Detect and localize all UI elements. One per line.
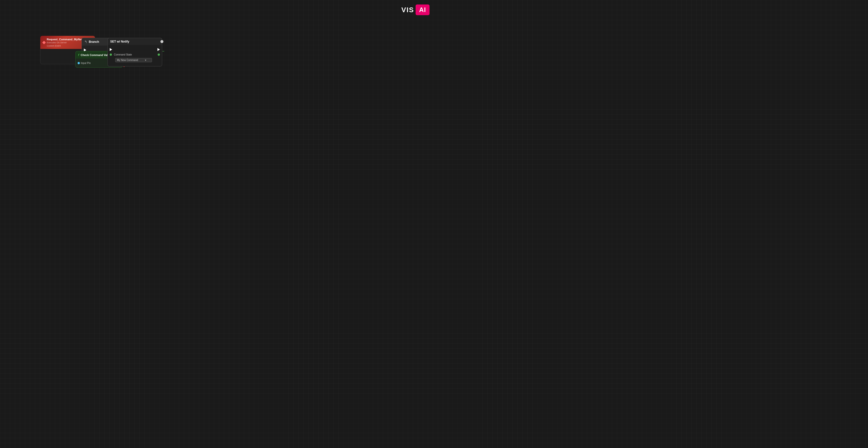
command-state-pin-in[interactable] <box>110 54 112 56</box>
set-exec-row <box>108 47 162 52</box>
logo-container: VIS AI <box>401 4 430 15</box>
logo-badge: AI <box>415 4 430 15</box>
command-state-label: Command State <box>114 53 132 56</box>
set-exec-out[interactable] <box>157 48 160 51</box>
diamond-icon <box>42 41 46 44</box>
logo-text: VIS <box>401 6 414 14</box>
set-node-title: SET w/ Notify <box>110 40 129 43</box>
set-node[interactable]: SET w/ Notify Command State <box>107 38 163 66</box>
input-pin-label: Input Pin <box>81 62 91 64</box>
command-state-row: Command State <box>108 52 162 57</box>
input-pin[interactable] <box>78 62 80 64</box>
command-dropdown[interactable]: My New Command ▼ <box>115 58 152 62</box>
dropdown-value: My New Command <box>117 59 138 61</box>
white-dot-indicator <box>160 40 163 43</box>
func-icon: f <box>78 53 79 57</box>
branch-node-title: Branch <box>89 40 99 43</box>
set-exec-in[interactable] <box>110 48 112 51</box>
dropdown-arrow-icon: ▼ <box>145 59 147 61</box>
dropdown-wrapper: My New Command ▼ <box>108 57 162 64</box>
command-state-pin-out[interactable] <box>158 54 160 56</box>
branch-icon: ↰ <box>84 40 87 44</box>
